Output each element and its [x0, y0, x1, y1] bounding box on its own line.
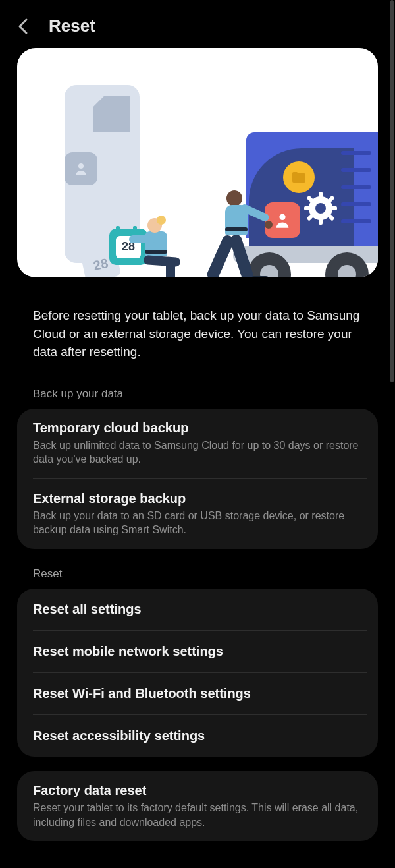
folder-icon	[283, 161, 315, 193]
calendar-icon: 28	[109, 229, 147, 265]
scrollbar[interactable]	[390, 0, 394, 382]
illustration-card: 28 28	[17, 48, 378, 277]
item-title: Reset Wi-Fi and Bluetooth settings	[33, 686, 352, 701]
factory-data-reset-item[interactable]: Factory data reset Reset your tablet to …	[17, 771, 378, 841]
item-title: External storage backup	[33, 491, 352, 506]
svg-point-3	[315, 203, 326, 214]
item-title: Temporary cloud backup	[33, 420, 362, 436]
svg-rect-4	[319, 192, 323, 198]
section-label-backup: Back up your data	[0, 369, 395, 409]
intro-text: Before resetting your tablet, back up yo…	[0, 291, 395, 369]
svg-rect-5	[319, 218, 323, 225]
contact-icon	[65, 152, 97, 185]
item-title: Reset mobile network settings	[33, 644, 352, 659]
reset-all-settings-item[interactable]: Reset all settings	[17, 589, 378, 630]
section-label-reset: Reset	[0, 549, 395, 589]
person-kneeling-illustration	[147, 218, 167, 256]
reset-mobile-network-item[interactable]: Reset mobile network settings	[33, 630, 367, 672]
person-walking-illustration	[226, 190, 248, 235]
item-desc: Back up your data to an SD card or USB s…	[33, 509, 352, 537]
item-desc: Back up unlimited data to Samsung Cloud …	[33, 438, 362, 467]
truck-door	[354, 132, 378, 248]
contacts-crate-icon	[265, 202, 300, 238]
svg-point-0	[78, 163, 84, 169]
item-desc: Reset your tablet to its factory default…	[33, 801, 362, 829]
reset-accessibility-item[interactable]: Reset accessibility settings	[33, 714, 367, 757]
svg-rect-7	[330, 206, 337, 210]
backup-group: Temporary cloud backup Back up unlimited…	[17, 409, 378, 549]
item-title: Factory data reset	[33, 783, 362, 798]
gear-icon	[304, 192, 337, 227]
item-title: Reset all settings	[33, 602, 362, 617]
factory-reset-group: Factory data reset Reset your tablet to …	[17, 771, 378, 841]
external-storage-backup-item[interactable]: External storage backup Back up your dat…	[33, 478, 367, 549]
reset-wifi-bluetooth-item[interactable]: Reset Wi-Fi and Bluetooth settings	[33, 672, 367, 714]
reset-group: Reset all settings Reset mobile network …	[17, 589, 378, 757]
page-title: Reset	[49, 16, 95, 36]
item-title: Reset accessibility settings	[33, 728, 352, 743]
svg-rect-6	[304, 206, 311, 210]
svg-point-1	[279, 214, 285, 220]
temporary-cloud-backup-item[interactable]: Temporary cloud backup Back up unlimited…	[17, 409, 378, 478]
page-header: Reset	[0, 0, 395, 48]
back-icon[interactable]	[14, 17, 33, 36]
sd-card-icon	[93, 96, 130, 132]
